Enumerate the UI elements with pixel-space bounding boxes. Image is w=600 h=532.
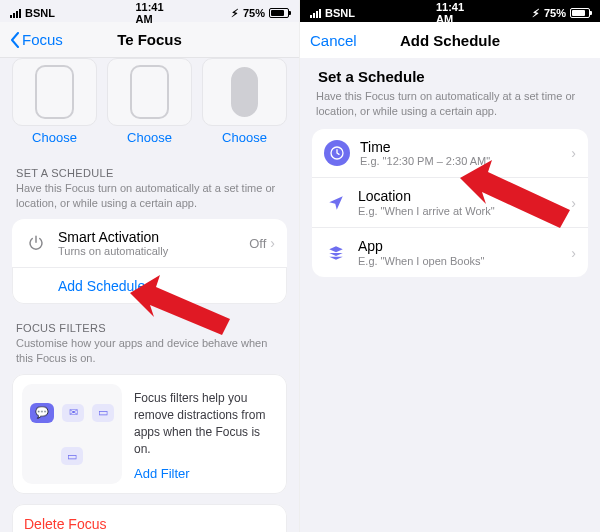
status-bar: BSNL 11:41 AM ⚡︎ 75% bbox=[0, 0, 299, 22]
location-icon bbox=[324, 191, 348, 215]
smart-activation-row[interactable]: Smart Activation Turns on automatically … bbox=[12, 219, 287, 268]
add-schedule-button[interactable]: Add Schedule bbox=[12, 267, 287, 304]
filters-header: FOCUS FILTERS bbox=[16, 322, 283, 334]
cell-signal-icon bbox=[10, 8, 21, 18]
chevron-right-icon: › bbox=[571, 145, 576, 161]
status-time: 11:41 AM bbox=[135, 1, 163, 25]
app-option[interactable]: App E.g. "When I open Books" › bbox=[312, 227, 588, 277]
status-bar: BSNL 11:41 AM ⚡︎ 75% bbox=[300, 0, 600, 22]
message-icon: 💬 bbox=[30, 403, 54, 423]
battery-info-icon: ⚡︎ bbox=[532, 7, 540, 20]
location-option[interactable]: Location E.g. "When I arrive at Work" › bbox=[312, 177, 588, 227]
time-sub: E.g. "12:30 PM – 2:30 AM" bbox=[360, 155, 561, 167]
app-layers-icon bbox=[324, 241, 348, 265]
location-sub: E.g. "When I arrive at Work" bbox=[358, 205, 561, 217]
battery-pct: 75% bbox=[544, 7, 566, 19]
set-schedule-title: Set a Schedule bbox=[312, 68, 588, 87]
home-screen-option[interactable]: Choose bbox=[107, 58, 192, 145]
clock-icon bbox=[324, 140, 350, 166]
calendar-icon: ▭ bbox=[92, 404, 114, 422]
status-time: 11:41 AM bbox=[436, 1, 464, 25]
nav-bar: Focus Te Focus bbox=[0, 22, 299, 58]
schedule-header: SET A SCHEDULE bbox=[16, 167, 283, 179]
cell-signal-icon bbox=[310, 8, 321, 18]
page-title: Add Schedule bbox=[380, 32, 520, 49]
smart-activation-sub: Turns on automatically bbox=[58, 245, 239, 257]
choose-label: Choose bbox=[202, 130, 287, 145]
filters-card: 💬 ✉︎ ▭ ▭ Focus filters help you remove d… bbox=[12, 374, 287, 493]
mail-icon: ✉︎ bbox=[62, 404, 84, 422]
carrier-label: BSNL bbox=[25, 7, 55, 19]
chevron-right-icon: › bbox=[571, 245, 576, 261]
time-title: Time bbox=[360, 139, 561, 156]
time-option[interactable]: Time E.g. "12:30 PM – 2:30 AM" › bbox=[312, 129, 588, 178]
battery-info-icon: ⚡︎ bbox=[231, 7, 239, 20]
power-icon bbox=[24, 231, 48, 255]
filters-desc: Customise how your apps and device behav… bbox=[16, 336, 283, 366]
carrier-label: BSNL bbox=[325, 7, 355, 19]
chevron-right-icon: › bbox=[270, 235, 275, 251]
cancel-button[interactable]: Cancel bbox=[310, 32, 380, 49]
customise-screens-row: Choose Choose Choose bbox=[12, 58, 287, 149]
schedule-desc: Have this Focus turn on automatically at… bbox=[16, 181, 283, 211]
page-title: Te Focus bbox=[80, 31, 219, 48]
battery-icon bbox=[570, 8, 590, 18]
schedule-options-card: Time E.g. "12:30 PM – 2:30 AM" › Locatio… bbox=[312, 129, 588, 277]
location-title: Location bbox=[358, 188, 561, 205]
set-schedule-desc: Have this Focus turn on automatically at… bbox=[316, 89, 584, 119]
filters-blurb: Focus filters help you remove distractio… bbox=[134, 390, 271, 457]
back-label: Focus bbox=[22, 31, 63, 48]
back-button[interactable]: Focus bbox=[10, 31, 80, 48]
delete-focus-button[interactable]: Delete Focus bbox=[12, 504, 287, 532]
chevron-left-icon bbox=[10, 32, 20, 48]
battery-icon bbox=[269, 8, 289, 18]
nav-bar: Cancel Add Schedule bbox=[300, 22, 600, 58]
app-title: App bbox=[358, 238, 561, 255]
app-sub: E.g. "When I open Books" bbox=[358, 255, 561, 267]
choose-label: Choose bbox=[12, 130, 97, 145]
smart-activation-value: Off bbox=[249, 236, 266, 251]
watch-face-option[interactable]: Choose bbox=[202, 58, 287, 145]
lock-screen-option[interactable]: Choose bbox=[12, 58, 97, 145]
smart-activation-title: Smart Activation bbox=[58, 229, 239, 246]
delete-card: Delete Focus bbox=[12, 504, 287, 532]
chevron-right-icon: › bbox=[571, 195, 576, 211]
filters-illustration: 💬 ✉︎ ▭ ▭ bbox=[22, 384, 122, 483]
schedule-card: Smart Activation Turns on automatically … bbox=[12, 219, 287, 305]
choose-label: Choose bbox=[107, 130, 192, 145]
low-power-icon: ▭ bbox=[61, 447, 83, 465]
add-filter-button[interactable]: Add Filter bbox=[134, 465, 271, 483]
battery-pct: 75% bbox=[243, 7, 265, 19]
